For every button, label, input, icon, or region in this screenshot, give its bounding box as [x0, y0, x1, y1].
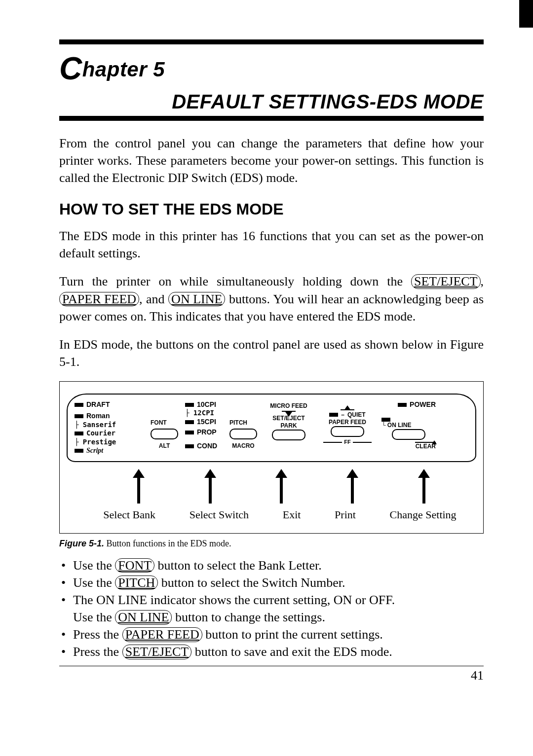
- chapter-rest: hapter 5: [82, 58, 165, 81]
- pitch-prop: PROP: [197, 428, 217, 437]
- section-heading: HOW TO SET THE EDS MODE: [59, 200, 484, 218]
- arrow-up-icon: [432, 440, 437, 444]
- bullet-3: The ON LINE indicator shows the current …: [59, 591, 484, 626]
- control-panel: DRAFT Roman ├ Sanserif Courier ├ Prestig…: [67, 394, 476, 462]
- ff-label: FF: [344, 439, 350, 446]
- arrow-up-icon: [275, 469, 287, 504]
- page-container: Chapter 5 DEFAULT SETTINGS-EDS MODE From…: [0, 0, 533, 703]
- led-icon: [75, 449, 83, 453]
- led-icon: [185, 431, 194, 434]
- p2-text-b: ,: [481, 274, 484, 288]
- paragraph-3: In EDS mode, the buttons on the control …: [59, 336, 484, 370]
- alt-label: ALT: [151, 442, 178, 450]
- led-icon: [381, 418, 390, 422]
- online-button-ref: ON LINE: [115, 610, 172, 624]
- font-button-ref: FONT: [115, 558, 154, 573]
- font-prestige: Prestige: [83, 438, 116, 446]
- panel-row: DRAFT Roman ├ Sanserif Courier ├ Prestig…: [75, 400, 468, 455]
- led-icon: [75, 432, 83, 435]
- online-button[interactable]: [392, 429, 425, 440]
- footer-rule: [59, 666, 484, 666]
- arrow-down-icon: [285, 412, 292, 417]
- park-label: PARK: [280, 422, 297, 430]
- arrow-label-selectbank: Select Bank: [103, 508, 155, 521]
- page-number: 41: [59, 668, 484, 683]
- paperfeed-button[interactable]: [331, 426, 364, 437]
- online-label: ON LINE: [387, 422, 412, 429]
- pitch-10: 10CPI: [197, 400, 216, 409]
- arrow-label-exit: Exit: [283, 508, 301, 521]
- figure-5-1: DRAFT Roman ├ Sanserif Courier ├ Prestig…: [59, 381, 484, 534]
- ff-line: [323, 442, 342, 443]
- power-label: POWER: [410, 400, 436, 409]
- seteject-button[interactable]: [272, 430, 305, 440]
- ff-line: [353, 442, 372, 443]
- arrow-label-print: Print: [335, 508, 356, 521]
- led-icon: [185, 444, 194, 448]
- microfeed-label: MICRO FEED: [270, 402, 307, 410]
- paperfeed-col: – QUIET PAPER FEED FF: [320, 400, 375, 446]
- figure-caption: Figure 5-1. Button functions in the EDS …: [59, 539, 484, 549]
- led-icon: [398, 403, 407, 407]
- page-corner-mark: [519, 0, 533, 28]
- paperfeed-label: PAPER FEED: [329, 419, 366, 426]
- pitch-12: 12CPI: [193, 409, 214, 417]
- bullet-4: Press the PAPER FEED button to print the…: [59, 626, 484, 643]
- intro-paragraph: From the control panel you can change th…: [59, 135, 484, 186]
- bullet-5: Press the SET/EJECT button to save and e…: [59, 643, 484, 660]
- title-underline: [59, 116, 484, 121]
- paragraph-1: The EDS mode in this printer has 16 func…: [59, 227, 484, 262]
- pitch-label: PITCH: [229, 419, 257, 427]
- font-roman: Roman: [86, 412, 110, 421]
- arrow-label-changesetting: Change Setting: [390, 508, 457, 521]
- font-script: Script: [86, 446, 103, 455]
- seteject-button-ref: SET/EJECT: [411, 274, 481, 288]
- led-icon: [185, 403, 194, 407]
- arrow-up-icon: [133, 469, 145, 504]
- font-courier: Courier: [86, 429, 115, 438]
- quiet-label: QUIET: [347, 411, 366, 419]
- p2-text-c: , and: [139, 292, 168, 306]
- arrow-labels: Select Bank Select Switch Exit Print Cha…: [67, 508, 476, 521]
- chapter-title: DEFAULT SETTINGS-EDS MODE: [59, 91, 484, 113]
- font-draft: DRAFT: [86, 400, 110, 409]
- arrow-up-icon: [204, 469, 216, 504]
- p2-text-a: Turn the printer on while simultaneously…: [59, 274, 411, 288]
- seteject-col: MICRO FEED SET/EJECT PARK: [264, 400, 313, 440]
- font-group: DRAFT Roman ├ Sanserif Courier ├ Prestig…: [75, 400, 144, 455]
- online-col: POWER └ ON LINE CLEAR: [381, 400, 436, 451]
- figcap-text: Button functions in the EDS mode.: [104, 539, 231, 548]
- chapter-label: Chapter 5: [59, 50, 484, 87]
- top-rule: [59, 39, 484, 44]
- font-sanserif: Sanserif: [83, 421, 116, 429]
- online-button-ref: ON LINE: [168, 292, 225, 306]
- pitch-button[interactable]: [229, 429, 257, 439]
- pitch-button-col: PITCH MACRO: [229, 400, 257, 450]
- paperfeed-button-ref: PAPER FEED: [59, 292, 139, 306]
- arrows-row: [67, 469, 476, 504]
- arrow-label-selectswitch: Select Switch: [190, 508, 249, 521]
- paragraph-2: Turn the printer on while simultaneously…: [59, 273, 484, 324]
- bullet-1: Use the FONT button to select the Bank L…: [59, 557, 484, 574]
- arrow-up-icon: [418, 469, 430, 504]
- macro-label: MACRO: [229, 442, 257, 450]
- bullet-list: Use the FONT button to select the Bank L…: [59, 557, 484, 661]
- pitch-button-ref: PITCH: [115, 576, 158, 590]
- led-icon: [329, 413, 338, 417]
- paperfeed-button-ref: PAPER FEED: [122, 627, 202, 642]
- led-icon: [185, 420, 194, 424]
- pitch-15: 15CPI: [197, 418, 216, 427]
- arrow-up-icon: [344, 405, 351, 410]
- font-tree: ├ Sanserif: [75, 421, 144, 430]
- bullet-2: Use the PITCH button to select the Switc…: [59, 574, 484, 591]
- led-icon: [75, 414, 83, 418]
- pitch-group: 10CPI ├ 12CPI 15CPI PROP COND: [185, 400, 223, 451]
- font-label: FONT: [151, 419, 178, 427]
- seteject-button-ref: SET/EJECT: [122, 645, 192, 659]
- font-button-col: FONT ALT: [151, 400, 178, 450]
- led-icon: [75, 403, 83, 407]
- chapter-big-c: C: [59, 51, 82, 86]
- pitch-cond: COND: [197, 442, 217, 451]
- figcap-label: Figure 5-1.: [59, 539, 104, 548]
- font-button[interactable]: [151, 429, 178, 439]
